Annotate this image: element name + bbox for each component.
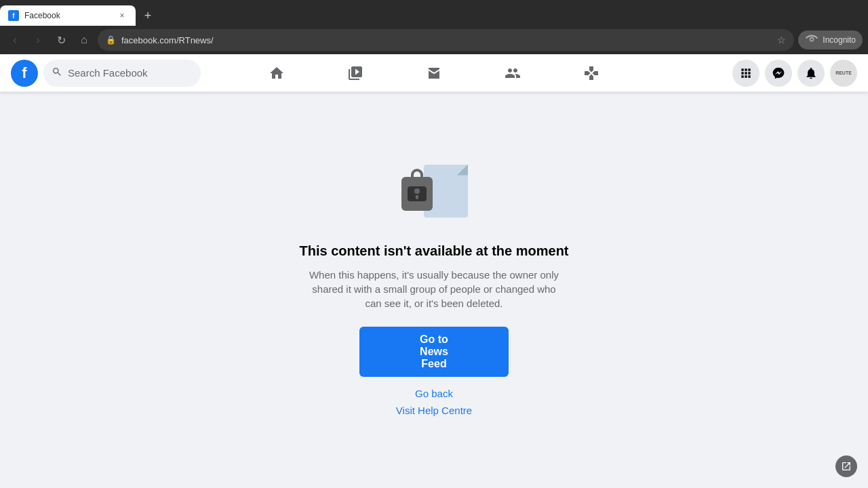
refresh-button[interactable]: ↻ xyxy=(52,30,71,49)
keyhole-stem xyxy=(416,195,418,199)
error-subtitle: When this happens, it's usually because … xyxy=(305,268,563,310)
go-back-link[interactable]: Go back xyxy=(415,388,453,399)
address-text: facebook.com/RTnews/ xyxy=(121,35,772,45)
header-center-nav xyxy=(201,57,667,89)
messenger-button[interactable] xyxy=(765,60,792,87)
incognito-label: Incognito xyxy=(823,35,856,45)
news-feed-button[interactable]: Go to News Feed xyxy=(359,327,509,377)
tab-favicon: f xyxy=(8,10,19,21)
tab-title: Facebook xyxy=(24,11,111,20)
error-title: This content isn't available at the mome… xyxy=(299,242,568,260)
header-left: f Search Facebook xyxy=(11,60,201,87)
security-lock-icon: 🔒 xyxy=(106,35,116,45)
search-box[interactable]: Search Facebook xyxy=(43,60,201,87)
lock-body-icon xyxy=(401,177,433,211)
search-icon xyxy=(52,66,62,79)
lock-face xyxy=(408,186,427,201)
bookmark-star-icon[interactable]: ☆ xyxy=(777,35,786,45)
header-right: REUTE xyxy=(667,60,857,87)
facebook-logo[interactable]: f xyxy=(11,60,38,87)
error-card: This content isn't available at the mome… xyxy=(285,138,582,443)
back-button[interactable]: ‹ xyxy=(5,30,24,49)
tab-close-button[interactable]: × xyxy=(117,10,127,21)
nav-watch-button[interactable] xyxy=(317,57,393,89)
main-content: This content isn't available at the mome… xyxy=(0,92,868,488)
search-placeholder: Search Facebook xyxy=(68,67,148,79)
nav-home-button[interactable] xyxy=(239,57,315,89)
nav-friends-button[interactable] xyxy=(475,57,551,89)
nav-right-controls: Incognito xyxy=(798,30,863,49)
tab-bar: f Facebook × + xyxy=(0,0,868,26)
forward-button[interactable]: › xyxy=(28,30,47,49)
browser-nav-bar: ‹ › ↻ ⌂ 🔒 facebook.com/RTnews/ ☆ Incogni… xyxy=(0,26,868,54)
address-bar[interactable]: 🔒 facebook.com/RTnews/ ☆ xyxy=(98,29,794,51)
lock-shackle xyxy=(411,169,423,178)
keyhole-circle xyxy=(414,188,420,194)
incognito-button[interactable]: Incognito xyxy=(798,30,863,49)
avatar-text: REUTE xyxy=(835,70,852,75)
notifications-button[interactable] xyxy=(797,60,825,87)
document-fold xyxy=(457,165,468,176)
active-tab[interactable]: f Facebook × xyxy=(0,5,136,26)
help-centre-link[interactable]: Visit Help Centre xyxy=(396,405,472,416)
user-avatar[interactable]: REUTE xyxy=(830,60,857,87)
home-button[interactable]: ⌂ xyxy=(75,30,94,49)
nav-gaming-button[interactable] xyxy=(553,57,629,89)
external-link-icon[interactable] xyxy=(835,455,857,477)
facebook-app: f Search Facebook xyxy=(0,54,868,488)
incognito-icon xyxy=(805,33,818,47)
new-tab-button[interactable]: + xyxy=(138,6,157,25)
browser-chrome: f Facebook × + ‹ › ↻ ⌂ 🔒 facebook.com/RT… xyxy=(0,0,868,54)
facebook-header: f Search Facebook xyxy=(0,54,868,92)
nav-marketplace-button[interactable] xyxy=(396,57,472,89)
error-illustration xyxy=(400,165,468,226)
apps-grid-button[interactable] xyxy=(732,60,760,87)
